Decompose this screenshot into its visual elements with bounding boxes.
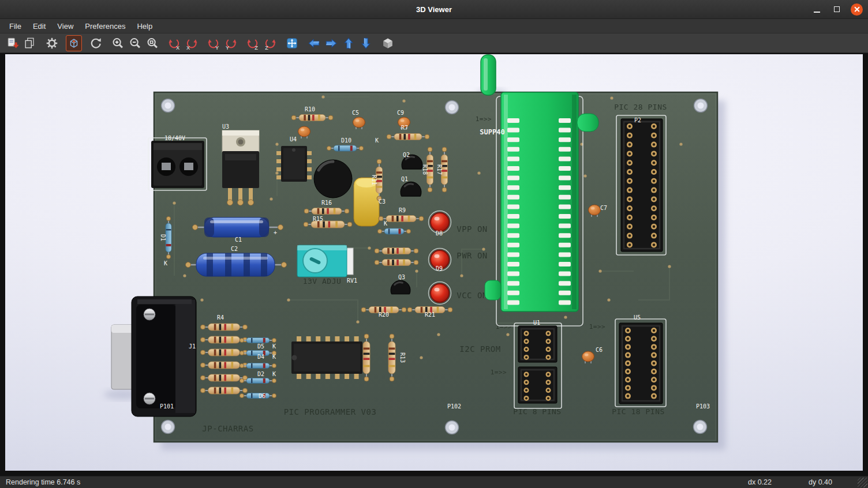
led xyxy=(431,284,449,302)
pan-up-button[interactable] xyxy=(341,35,357,51)
component-ref-label: R11 xyxy=(371,175,377,185)
component-ref-label: P103 xyxy=(696,403,710,410)
component-ref-label: D6 xyxy=(259,393,265,399)
round-capacitor xyxy=(314,160,352,198)
rot-x-ccw-icon: X xyxy=(185,36,199,50)
component-ref-label: Q3 xyxy=(398,274,405,280)
component-ref-label: R9 xyxy=(399,207,406,213)
ortho-view-button[interactable] xyxy=(380,35,396,51)
pcb-scene: PIC 28 PINSVPP ONPWR ONVCC ONI2C PROMPIC… xyxy=(5,54,863,471)
dip-socket-8pin-b xyxy=(518,367,557,403)
component-ref-label: K xyxy=(375,137,379,144)
component-ref-label: C6 xyxy=(596,347,603,353)
component-ref-label: C5 xyxy=(352,110,359,116)
close-button[interactable] xyxy=(851,3,863,16)
rotate-x-ccw-button[interactable]: X xyxy=(184,35,200,51)
svg-text:Y: Y xyxy=(215,45,219,50)
gear-icon xyxy=(45,36,59,50)
component-ref-label: U3 xyxy=(222,123,229,130)
component-ref-label: D1 xyxy=(160,234,166,241)
component-ref-label: Q1 xyxy=(401,176,408,182)
component-ref-label: D10 xyxy=(341,137,351,144)
component-ref-label: SUPP40 xyxy=(480,128,504,136)
resize-grip[interactable] xyxy=(858,478,867,487)
component-ref-label: R10 xyxy=(305,106,315,112)
menu-preferences[interactable]: Preferences xyxy=(79,20,131,32)
silkscreen-text: PIC 28 PINS xyxy=(614,103,667,111)
menu-edit[interactable]: Edit xyxy=(27,20,51,32)
component-ref-label: C9 xyxy=(397,110,404,116)
component-ref-label: P102 xyxy=(447,403,461,410)
component-ref-label: D2 xyxy=(257,371,264,377)
rot-y-ccw-icon: Y xyxy=(224,36,238,50)
component-ref-label: C1 xyxy=(235,237,242,243)
component-ref-label: U1 xyxy=(533,320,540,326)
component-ref-label: K xyxy=(384,220,387,227)
reload-board-button[interactable] xyxy=(88,35,104,51)
silkscreen-text: 13V ADJU xyxy=(303,277,342,286)
raytracing-toggle[interactable] xyxy=(66,35,82,51)
zoom-fit-icon xyxy=(145,36,159,50)
export-image-button[interactable] xyxy=(5,35,21,51)
maximize-button[interactable] xyxy=(830,3,843,16)
rotate-y-cw-button[interactable]: Y xyxy=(205,35,222,51)
zoom-out-button[interactable] xyxy=(127,35,143,51)
component-ref-label: C3 xyxy=(379,198,386,205)
component-ref-label: U5 xyxy=(634,314,641,321)
silkscreen-text: 1=>> xyxy=(589,323,606,331)
rot-y-cw-icon: Y xyxy=(207,36,220,50)
pan-right-button[interactable] xyxy=(323,35,339,51)
rendering-time: Rendering time 6.746 s xyxy=(6,478,80,486)
component-ref-label: P101 xyxy=(160,403,174,410)
move-view-button[interactable] xyxy=(284,35,300,51)
rotate-z-cw-button[interactable]: Z xyxy=(245,35,261,51)
silkscreen-text: 1=>> xyxy=(476,115,492,123)
title-bar[interactable]: 3D Viewer xyxy=(0,0,868,19)
component-ref-label: C2 xyxy=(231,246,238,252)
component-ref-label: R21 xyxy=(425,311,435,318)
menu-view[interactable]: View xyxy=(51,20,79,32)
trimmer-rv1 xyxy=(297,245,353,277)
svg-text:Z: Z xyxy=(255,45,258,50)
pan-left-button[interactable] xyxy=(306,35,322,51)
power-terminal-block xyxy=(151,141,204,188)
rotate-x-cw-button[interactable]: X xyxy=(166,35,182,51)
export-icon xyxy=(6,36,20,50)
render-options-button[interactable] xyxy=(44,35,60,51)
silkscreen-text: PWR ON xyxy=(457,251,488,260)
menu-file[interactable]: File xyxy=(3,20,27,32)
window-title: 3D Viewer xyxy=(0,5,868,14)
dy-readout: dy 0.40 xyxy=(809,478,832,486)
component-ref-label: U4 xyxy=(290,136,297,142)
led xyxy=(431,213,449,231)
component-ref-label: D5 xyxy=(257,343,264,350)
rotate-y-ccw-button[interactable]: Y xyxy=(223,35,239,51)
svg-text:Y: Y xyxy=(226,45,229,50)
minimize-button[interactable] xyxy=(810,3,823,16)
component-ref-label: D8 xyxy=(436,230,443,237)
3d-viewport[interactable]: PIC 28 PINSVPP ONPWR ONVCC ONI2C PROMPIC… xyxy=(5,54,863,471)
silkscreen-text: 1=>> xyxy=(491,369,507,376)
move-icon xyxy=(285,36,299,50)
copy-image-button[interactable] xyxy=(22,35,38,51)
component-ref-label: R20 xyxy=(379,311,389,318)
component-ref-label: P2 xyxy=(634,117,641,123)
silkscreen-text: VPP ON xyxy=(457,224,488,234)
viewport-frame: PIC 28 PINSVPP ONPWR ONVCC ONI2C PROMPIC… xyxy=(0,53,868,476)
arrow-up-icon xyxy=(342,36,356,50)
zoom-in-button[interactable] xyxy=(110,35,126,51)
reload-icon xyxy=(89,36,103,50)
toolbar: XXYYZZ xyxy=(0,33,868,53)
component-ref-label: J1 xyxy=(189,343,196,350)
arrow-down-icon xyxy=(359,36,373,50)
silkscreen-text: VCC ON xyxy=(457,291,488,300)
component-ref-label: R16 xyxy=(321,200,332,206)
pan-down-button[interactable] xyxy=(358,35,374,51)
component-ref-label: + xyxy=(274,230,277,236)
component-ref-label: Q2 xyxy=(403,152,410,158)
ic-dip14 xyxy=(291,336,362,379)
svg-text:X: X xyxy=(176,45,179,50)
menu-help[interactable]: Help xyxy=(131,20,158,32)
zoom-fit-button[interactable] xyxy=(144,35,160,51)
rotate-z-ccw-button[interactable]: Z xyxy=(262,35,278,51)
